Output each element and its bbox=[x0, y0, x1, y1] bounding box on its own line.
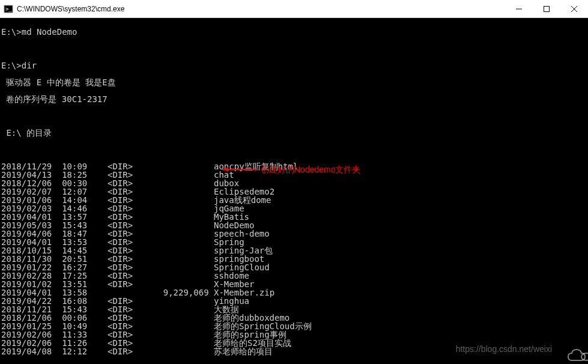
directory-header: E:\ 的目录 bbox=[1, 129, 587, 137]
svg-text:>_: >_ bbox=[5, 6, 12, 12]
directory-entry: 2018/11/30 20:51 <DIR> springboot bbox=[1, 255, 587, 263]
maximize-button[interactable] bbox=[533, 0, 560, 18]
directory-entry: 2019/01/06 14:04 <DIR> java线程dome bbox=[1, 196, 587, 204]
directory-entry: 2019/01/25 10:49 <DIR> 老师的SpringCloud示例 bbox=[1, 322, 587, 330]
directory-entry: 2019/04/22 16:08 <DIR> yinghua bbox=[1, 297, 587, 305]
prompt: E:\> bbox=[1, 27, 22, 37]
command-text: md NodeDemo bbox=[22, 27, 77, 37]
command-line: E:\>dir bbox=[1, 61, 587, 70]
volume-info: 驱动器 E 中的卷是 我是E盘 bbox=[1, 78, 587, 86]
titlebar: >_ C:\WINDOWS\system32\cmd.exe bbox=[0, 0, 588, 18]
cloud-logo bbox=[554, 338, 583, 357]
directory-entry: 2018/11/21 15:43 <DIR> 大数据 bbox=[1, 305, 587, 314]
directory-entry: 2019/04/01 13:53 <DIR> Spring bbox=[1, 238, 587, 246]
directory-entry: 2019/04/01 13:58 9,229,069 X-Member.zip bbox=[1, 288, 587, 297]
directory-entry: 2019/02/03 14:46 <DIR> jqGame bbox=[1, 204, 587, 213]
directory-entry: 2019/02/06 11:33 <DIR> 老师的spring事例 bbox=[1, 330, 587, 339]
directory-entry: 2019/02/07 12:07 <DIR> Eclipsedemo2 bbox=[1, 187, 587, 196]
svg-rect-3 bbox=[544, 6, 550, 11]
directory-entry: 2019/01/02 13:51 <DIR> X-Member bbox=[1, 280, 587, 288]
directory-entry: 2018/10/15 14:45 <DIR> spring-Jar包 bbox=[1, 246, 587, 255]
cmd-icon: >_ bbox=[4, 4, 13, 14]
watermark-text: https://blog.csdn.net/weixi bbox=[456, 345, 552, 353]
window-title: C:\WINDOWS\system32\cmd.exe bbox=[17, 5, 505, 13]
annotation-callout: 创建好的Nodedemo文件夹 bbox=[222, 165, 361, 174]
prompt: E:\> bbox=[1, 61, 22, 70]
directory-entry: 2019/04/06 18:47 <DIR> speech-demo bbox=[1, 229, 587, 238]
window-controls bbox=[505, 0, 588, 18]
terminal-output[interactable]: E:\>md NodeDemo E:\>dir 驱动器 E 中的卷是 我是E盘 … bbox=[0, 18, 588, 364]
directory-entry: 2018/12/06 00:30 <DIR> dubox bbox=[1, 179, 587, 187]
directory-entry: 2019/04/01 13:57 <DIR> MyBatis bbox=[1, 213, 587, 221]
directory-entry: 2019/02/28 17:25 <DIR> sshdome bbox=[1, 271, 587, 280]
directory-entry: 2018/12/06 00:06 <DIR> 老师的dubboxdemo bbox=[1, 314, 587, 322]
directory-entry: 2019/01/22 16:27 <DIR> SpringCloud bbox=[1, 263, 587, 271]
command-line: E:\>md NodeDemo bbox=[1, 28, 587, 36]
minimize-button[interactable] bbox=[505, 0, 533, 18]
annotation-text: 创建好的Nodedemo文件夹 bbox=[261, 165, 361, 174]
arrow-icon bbox=[222, 169, 258, 170]
directory-entry: 2019/05/03 15:43 <DIR> NodeDemo bbox=[1, 221, 587, 229]
command-text: dir bbox=[22, 61, 37, 70]
serial-info: 卷的序列号是 30C1-2317 bbox=[1, 95, 587, 103]
close-button[interactable] bbox=[560, 0, 588, 18]
